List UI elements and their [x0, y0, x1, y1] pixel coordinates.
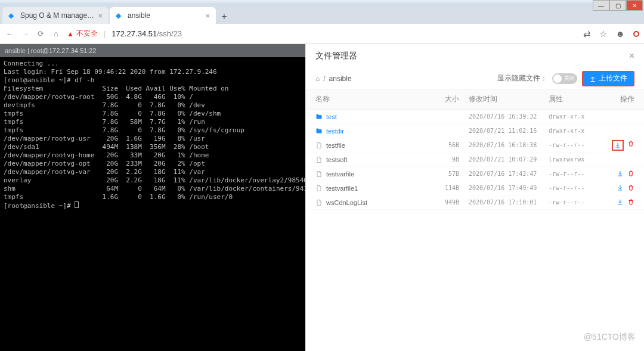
table-row[interactable]: test2020/07/16 16:39:32drwxr-xr-x	[306, 110, 644, 124]
file-name[interactable]: testsoft	[315, 156, 423, 163]
col-name[interactable]: 名称	[315, 94, 423, 104]
tab-favicon-icon: ◆	[8, 11, 17, 20]
col-attr: 属性	[549, 94, 608, 104]
file-manager-panel: 文件管理器 × ⌂ / ansible 显示隐藏文件： 关闭 上传文件 名称 大…	[305, 44, 644, 351]
profile-icon[interactable]: ☻	[615, 29, 625, 39]
download-icon[interactable]	[617, 184, 624, 192]
col-actions: 操作	[608, 94, 634, 104]
tab-close-icon[interactable]: ×	[98, 11, 103, 20]
new-tab-button[interactable]: +	[217, 10, 231, 24]
file-name[interactable]: testvarfile	[315, 170, 423, 178]
breadcrumb-current[interactable]: ansible	[329, 74, 352, 83]
file-time: 2020/07/16 17:10:01	[459, 199, 549, 206]
file-name[interactable]: testvarfile1	[315, 185, 423, 192]
file-time: 2020/07/16 16:39:32	[459, 113, 549, 120]
window-controls: — ▢ ✕	[593, 0, 643, 11]
col-size: 大小	[423, 94, 459, 104]
address-bar: ← → ⟳ ⌂ ▲ 不安全 | 172.27.34.51/ssh/23 ⇄ ☆ …	[0, 24, 644, 44]
warn-text: 不安全	[76, 29, 98, 39]
window-titlebar	[0, 0, 644, 5]
extension-icon[interactable]	[633, 29, 639, 39]
back-icon[interactable]: ←	[5, 29, 14, 38]
file-attr: lrwxrwxrwx	[549, 156, 608, 163]
upload-icon	[589, 75, 596, 82]
table-row[interactable]: testdir2020/07/21 11:02:16drwxr-xr-x	[306, 124, 644, 138]
download-icon[interactable]	[612, 140, 624, 151]
url-field[interactable]: 172.27.34.51/ssh/23	[112, 29, 577, 38]
tab-spug[interactable]: ◆ Spug O & M management sys ×	[2, 7, 109, 24]
security-warning[interactable]: ▲ 不安全	[67, 29, 98, 39]
file-attr: -rw-r--r--	[549, 185, 608, 191]
download-icon[interactable]	[617, 198, 624, 207]
file-size: 114B	[423, 185, 459, 191]
file-actions	[608, 140, 634, 151]
file-time: 2020/07/21 11:02:16	[459, 128, 549, 134]
download-icon[interactable]	[617, 170, 624, 178]
table-row[interactable]: testvarfile57B2020/07/16 17:43:47-rw-r--…	[306, 167, 644, 181]
home-icon[interactable]: ⌂	[315, 74, 320, 83]
table-row[interactable]: testsoft9B2020/07/21 10:07:29lrwxrwxrwx	[306, 153, 644, 167]
file-actions	[608, 184, 634, 192]
browser-tabs: ◆ Spug O & M management sys × ◆ ansible …	[0, 5, 644, 24]
window-minimize[interactable]: —	[593, 0, 609, 11]
translate-icon[interactable]: ⇄	[583, 29, 591, 39]
window-maximize[interactable]: ▢	[609, 0, 626, 11]
panel-close-icon[interactable]: ×	[629, 51, 634, 61]
warn-icon: ▲	[67, 30, 74, 38]
tab-close-icon[interactable]: ×	[205, 11, 210, 20]
file-name[interactable]: testdir	[315, 128, 423, 135]
file-time: 2020/07/21 10:07:29	[459, 156, 549, 163]
tab-title: ansible	[128, 11, 205, 20]
tab-title: Spug O & M management sys	[20, 11, 98, 20]
table-header: 名称 大小 修改时间 属性 操作	[306, 89, 644, 110]
hidden-files-toggle[interactable]: 关闭	[552, 73, 577, 84]
upload-button[interactable]: 上传文件	[582, 71, 634, 86]
table-row[interactable]: testfile56B2020/07/16 16:18:38-rw-r--r--	[306, 138, 644, 153]
file-name[interactable]: wsCdnLogList	[315, 199, 423, 206]
forward-icon[interactable]: →	[20, 29, 30, 38]
file-size: 56B	[423, 142, 459, 148]
breadcrumb: ⌂ / ansible	[315, 74, 352, 83]
file-rows: test2020/07/16 16:39:32drwxr-xr-xtestdir…	[306, 110, 644, 351]
file-time: 2020/07/16 17:49:49	[459, 185, 549, 191]
home-icon[interactable]: ⌂	[51, 29, 61, 38]
panel-header: 文件管理器 ×	[306, 44, 644, 68]
tab-ansible[interactable]: ◆ ansible ×	[110, 7, 216, 24]
reload-icon[interactable]: ⟳	[36, 29, 45, 38]
toolbar-icons: ⇄ ☆ ☻	[583, 29, 639, 39]
file-size: 57B	[423, 170, 459, 177]
terminal-pane: ansible | root@172.27.34.51:22 Connectin…	[0, 44, 305, 351]
delete-icon[interactable]	[627, 184, 634, 192]
delete-icon[interactable]	[627, 170, 634, 178]
bookmark-icon[interactable]: ☆	[599, 29, 607, 39]
terminal-output[interactable]: Connecting ... Last login: Fri Sep 18 09…	[0, 57, 305, 351]
file-attr: -rw-r--r--	[549, 199, 608, 206]
file-attr: -rw-r--r--	[549, 170, 608, 177]
file-actions	[608, 198, 634, 207]
col-time: 修改时间	[459, 94, 549, 104]
panel-title: 文件管理器	[315, 51, 357, 61]
file-attr: -rw-r--r--	[549, 142, 608, 148]
file-attr: drwxr-xr-x	[549, 113, 608, 120]
delete-icon[interactable]	[627, 140, 634, 151]
file-time: 2020/07/16 16:18:38	[459, 142, 549, 148]
tab-favicon-icon: ◆	[116, 11, 124, 20]
hidden-files-label: 显示隐藏文件：	[497, 73, 547, 83]
file-size: 949B	[423, 199, 459, 206]
terminal-header: ansible | root@172.27.34.51:22	[0, 44, 305, 57]
table-row[interactable]: testvarfile1114B2020/07/16 17:49:49-rw-r…	[306, 181, 644, 195]
table-row[interactable]: wsCdnLogList949B2020/07/16 17:10:01-rw-r…	[306, 195, 644, 210]
file-name[interactable]: testfile	[315, 142, 423, 149]
panel-toolbar: ⌂ / ansible 显示隐藏文件： 关闭 上传文件	[306, 68, 644, 89]
file-actions	[608, 170, 634, 178]
delete-icon[interactable]	[627, 198, 634, 207]
watermark: @51CTO博客	[584, 332, 636, 343]
file-size: 9B	[423, 156, 459, 163]
file-name[interactable]: test	[315, 113, 423, 120]
window-close[interactable]: ✕	[626, 0, 643, 11]
file-time: 2020/07/16 17:43:47	[459, 170, 549, 177]
file-attr: drwxr-xr-x	[549, 128, 608, 134]
content-area: ansible | root@172.27.34.51:22 Connectin…	[0, 44, 644, 351]
